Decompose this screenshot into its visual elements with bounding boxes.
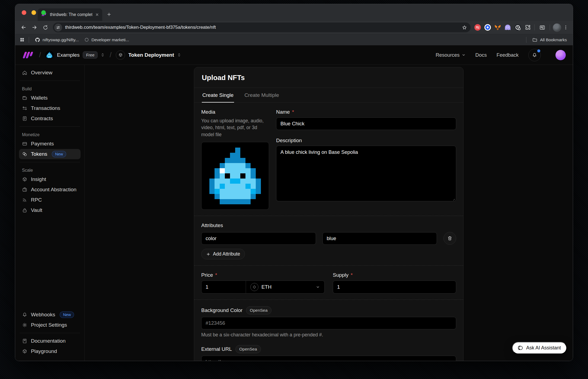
wallet-icon <box>22 95 27 101</box>
sidebar-item-insight[interactable]: Insight <box>19 174 81 184</box>
page-title: Upload NFTs <box>194 67 463 88</box>
sidebar-item-vault[interactable]: Vault <box>19 205 81 215</box>
address-bar[interactable]: thirdweb.com/team/examples/Token-Deploym… <box>53 23 471 32</box>
team-switcher-icon[interactable] <box>100 52 105 58</box>
add-attribute-button[interactable]: Add Attribute <box>201 249 245 259</box>
sidebar-item-wallets[interactable]: Wallets <box>19 93 81 103</box>
extension-icon-metamask[interactable] <box>494 24 501 31</box>
opensea-section: Background Color OpenSea Must be a six-c… <box>194 300 463 361</box>
attribute-value-input[interactable] <box>322 232 437 245</box>
attributes-section: Attributes Add Attribute <box>194 216 463 265</box>
currency-select[interactable]: ETH <box>246 281 324 293</box>
browser-tab[interactable]: thirdweb: The complete web3... <box>38 8 102 21</box>
reload-button[interactable] <box>40 23 50 32</box>
sidebar-item-payments[interactable]: Payments <box>19 139 81 149</box>
description-label: Description <box>276 138 456 144</box>
back-button[interactable] <box>19 23 28 32</box>
close-window-button[interactable] <box>22 10 26 15</box>
chevron-down-icon <box>316 285 320 289</box>
gear-icon <box>22 322 27 328</box>
sidebar-item-documentation[interactable]: Documentation <box>19 336 81 346</box>
media-helper: You can upload image, audio, video, html… <box>201 117 269 138</box>
media-preview[interactable] <box>201 142 269 210</box>
minimize-window-button[interactable] <box>31 10 36 15</box>
breadcrumb-project-name[interactable]: Token Deployment <box>128 52 174 58</box>
project-switcher-icon[interactable] <box>177 52 182 58</box>
breadcrumb-separator: / <box>39 51 41 59</box>
new-tab-button[interactable] <box>107 12 111 17</box>
signal-icon <box>22 197 27 203</box>
feedback-link[interactable]: Feedback <box>497 52 519 58</box>
sidebar-divider <box>20 333 80 333</box>
new-badge: New <box>60 311 74 318</box>
account-avatar[interactable] <box>555 50 566 60</box>
eth-icon <box>250 283 258 291</box>
all-bookmarks-button[interactable]: All Bookmarks <box>531 37 568 43</box>
sidebar: Overview Build Wallets Transactions Co <box>15 65 85 361</box>
price-input[interactable] <box>202 281 246 293</box>
extension-icon-red[interactable] <box>474 24 481 31</box>
extension-icon-blue-target[interactable] <box>484 24 491 31</box>
notifications-button[interactable] <box>528 49 541 61</box>
external-url-input[interactable] <box>201 356 456 361</box>
delete-attribute-button[interactable] <box>443 232 456 245</box>
resources-menu[interactable]: Resources <box>436 52 465 58</box>
fullscreen-window-button[interactable] <box>41 10 46 15</box>
sidebar-item-rpc[interactable]: RPC <box>19 195 81 205</box>
sidebar-item-transactions[interactable]: Transactions <box>19 103 81 113</box>
extensions-puzzle-icon[interactable] <box>524 24 532 31</box>
sidebar-section-monetize: Monetize <box>19 132 81 137</box>
folder-icon <box>532 37 538 43</box>
tab-title: thirdweb: The complete web3... <box>50 12 92 17</box>
media-label: Media <box>201 109 269 115</box>
browser-profile-avatar[interactable] <box>553 23 561 32</box>
media-section: Media You can upload image, audio, video… <box>194 103 463 216</box>
tab-close-icon[interactable] <box>95 13 99 17</box>
docs-link[interactable]: Docs <box>475 52 487 58</box>
site-settings-icon[interactable] <box>54 24 62 31</box>
github-icon <box>35 37 40 43</box>
supply-input[interactable] <box>333 281 456 294</box>
thirdweb-logo[interactable] <box>22 51 35 59</box>
sidebar-item-webhooks[interactable]: Webhooks New <box>19 310 81 320</box>
tokens-icon <box>22 151 27 157</box>
required-marker: * <box>215 272 217 278</box>
bookmark-label: niftyswap.gg/Nifty... <box>43 37 79 42</box>
plus-icon <box>206 252 210 256</box>
name-input[interactable] <box>276 117 456 130</box>
upload-nfts-card: Upload NFTs Create Single Create Multipl… <box>194 67 464 361</box>
background-color-input[interactable] <box>201 317 456 329</box>
bookmark-star-icon[interactable] <box>462 25 467 30</box>
attribute-row <box>201 232 456 245</box>
sidebar-item-account-abstraction[interactable]: Account Abstraction <box>19 184 81 195</box>
breadcrumb-team-name[interactable]: Examples <box>57 52 79 58</box>
ask-ai-assistant-button[interactable]: Ask AI Assistant <box>512 342 567 354</box>
sidebar-item-tokens[interactable]: Tokens New <box>19 149 81 159</box>
attribute-name-input[interactable] <box>201 232 316 245</box>
browser-menu-icon[interactable] <box>562 25 569 30</box>
chat-bubble-icon <box>518 345 523 351</box>
extension-icon-timer[interactable] <box>514 24 522 31</box>
document-icon <box>22 116 27 121</box>
bookmark-developer-marketing[interactable]: Developer marketi... <box>83 37 131 42</box>
sidebar-item-project-settings[interactable]: Project Settings <box>19 320 81 330</box>
tab-create-multiple[interactable]: Create Multiple <box>244 88 280 102</box>
bookmark-niftyswap[interactable]: niftyswap.gg/Nifty... <box>33 37 80 43</box>
project-icon <box>116 50 125 60</box>
side-panel-search-icon[interactable] <box>537 23 547 32</box>
sidebar-divider <box>20 81 80 81</box>
extension-icon-phantom[interactable] <box>504 24 512 31</box>
opensea-badge: OpenSea <box>235 345 261 353</box>
sidebar-item-playground[interactable]: Playground <box>19 346 81 356</box>
book-icon <box>22 338 27 344</box>
name-label: Name* <box>276 109 456 115</box>
sidebar-item-contracts[interactable]: Contracts <box>19 113 81 124</box>
apps-grid-icon[interactable] <box>20 37 25 42</box>
tab-create-single[interactable]: Create Single <box>202 88 234 102</box>
price-group: ETH <box>201 281 325 294</box>
description-textarea[interactable]: A blue chick living on Base Sepolia <box>276 146 456 201</box>
sidebar-item-overview[interactable]: Overview <box>19 68 81 78</box>
forward-button[interactable] <box>30 23 39 32</box>
sidebar-divider <box>20 162 80 162</box>
thirdweb-app: / Examples Free / Token Deployment Resou <box>15 45 573 361</box>
